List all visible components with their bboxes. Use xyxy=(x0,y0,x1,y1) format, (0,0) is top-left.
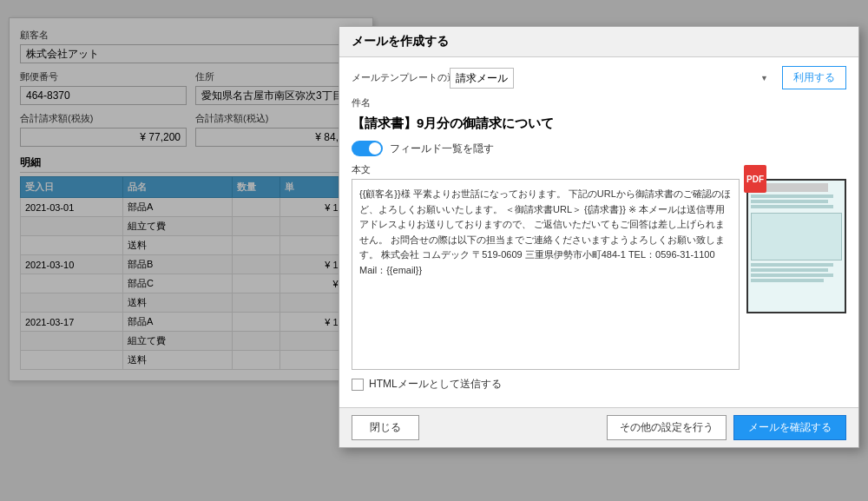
toggle-switch[interactable] xyxy=(352,141,383,156)
body-content-area: {{顧客名}}様 平素よりお世話になっております。 下記のURLから御請求書のご… xyxy=(352,179,846,370)
modal-footer: 閉じる その他の設定を行う メールを確認する xyxy=(339,407,858,447)
pdf-preview-inner xyxy=(748,181,845,312)
confirm-button[interactable]: メールを確認する xyxy=(733,415,846,440)
toggle-label: フィールド一覧を隠す xyxy=(390,142,494,156)
html-mail-checkbox[interactable] xyxy=(352,379,364,391)
footer-right: その他の設定を行う メールを確認する xyxy=(607,415,846,440)
settings-button[interactable]: その他の設定を行う xyxy=(607,415,727,440)
email-body-text[interactable]: {{顧客名}}様 平素よりお世話になっております。 下記のURLから御請求書のご… xyxy=(352,179,740,370)
modal-body: メールテンプレートの選択 請求メール 利用する 件名 【請求書】9月分の御請求に… xyxy=(339,57,858,407)
toggle-row: フィールド一覧を隠す xyxy=(352,141,846,156)
subject-label: 件名 xyxy=(352,96,846,109)
pdf-attachment: PDF xyxy=(746,179,846,313)
svg-text:PDF: PDF xyxy=(746,175,764,184)
template-label: メールテンプレートの選択 xyxy=(352,71,443,84)
pdf-icon: PDF xyxy=(742,163,773,197)
use-template-button[interactable]: 利用する xyxy=(782,66,846,89)
subject-value: 【請求書】9月分の御請求について xyxy=(352,112,846,135)
template-row: メールテンプレートの選択 請求メール 利用する xyxy=(352,66,846,89)
template-select-wrapper[interactable]: 請求メール xyxy=(450,68,775,89)
template-select[interactable]: 請求メール xyxy=(450,68,514,89)
html-mail-label: HTMLメールとして送信する xyxy=(369,377,502,392)
modal-title: メールを作成する xyxy=(339,27,858,57)
email-compose-modal: メールを作成する メールテンプレートの選択 請求メール 利用する 件名 【請求書… xyxy=(339,26,859,448)
close-button[interactable]: 閉じる xyxy=(352,415,419,440)
html-mail-row: HTMLメールとして送信する xyxy=(352,377,846,392)
pdf-preview xyxy=(746,179,846,313)
